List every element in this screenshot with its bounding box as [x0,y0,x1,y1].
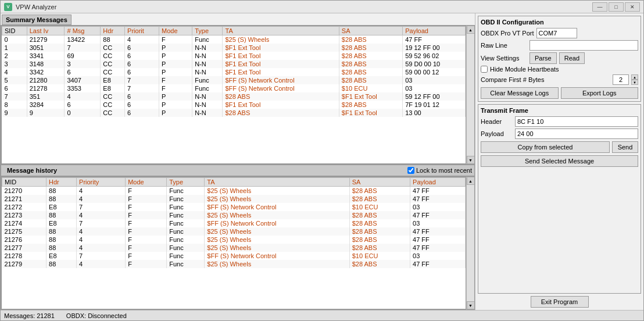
copy-from-selected-button[interactable]: Copy from selected [481,141,610,153]
table-cell: N-N [192,109,223,117]
table-cell: Func [167,219,205,227]
maximize-button[interactable]: □ [609,2,624,12]
table-cell: $F1 Ext Tool [223,44,339,52]
summary-section: Summary Messages SID Last Iv # Msg Hdr [1,13,475,165]
table-cell: 4 [77,195,126,203]
table-row[interactable]: 21271884FFunc$25 (S) Wheels$28 ABS47 FF [2,195,466,203]
read-button[interactable]: Read [559,52,585,64]
header-input[interactable] [515,116,638,127]
payload-input[interactable] [515,129,638,139]
history-scroll-up-btn[interactable]: ▲ [467,177,475,185]
table-cell: 03 [403,84,466,92]
table-cell: N-N [192,68,223,76]
port-input[interactable] [536,28,577,38]
col-lastiv: Last Iv [27,27,65,35]
raw-line-input[interactable] [529,40,638,51]
send-selected-container: Send Selected Message [481,155,638,167]
table-cell: 69 [65,52,101,60]
summary-table-scroll[interactable]: SID Last Iv # Msg Hdr Priorit Mode Type … [1,26,466,164]
table-cell: E8 [101,84,125,92]
parse-button[interactable]: Parse [529,52,557,64]
table-cell: 6 [125,92,159,101]
table-cell: 6 [2,84,27,92]
table-cell: Func [167,252,205,260]
hide-heartbeats-label: Hide Module Heartbeats [490,66,559,73]
table-cell: 88 [101,35,125,44]
table-row[interactable]: 21277884FFunc$25 (S) Wheels$28 ABS47 FF [2,244,466,252]
compare-input[interactable] [613,74,629,85]
table-cell: 47 FF [410,211,466,219]
compare-increment-btn[interactable]: ▲ [631,74,638,80]
table-cell: F [159,84,192,92]
history-header-row: MID Hdr Priority Mode Type TA SA Payload [2,178,466,187]
history-scrollbar[interactable]: ▲ ▼ [466,177,474,309]
table-row[interactable]: 21274E87FFunc$FF (S) Network Control$28 … [2,219,466,227]
table-cell: Func [167,211,205,219]
history-scroll-down-btn[interactable]: ▼ [467,301,475,309]
summary-scrollbar[interactable]: ▲ ▼ [466,26,474,164]
table-cell: $10 ECU [349,252,410,260]
table-row[interactable]: 21275884FFunc$25 (S) Wheels$28 ABS47 FF [2,227,466,236]
table-row[interactable]: 832846CC6PN-N$F1 Ext Tool$28 ABS7F 19 01… [2,101,466,109]
table-cell: 59 00 00 12 [403,68,466,76]
col-type2: Type [167,178,205,187]
obdx-status: OBDX: Disconnected [66,312,127,319]
lock-to-recent-checkbox[interactable] [407,167,414,174]
table-row[interactable]: 331483CC6PN-N$F1 Ext Tool$28 ABS59 D0 00… [2,60,466,68]
hide-heartbeats-checkbox[interactable] [481,66,488,73]
table-row[interactable]: 73514CC6PN-N$28 ABS$F1 Ext Tool59 12 FF … [2,92,466,101]
transmit-buttons: Copy from selected Send [481,141,638,153]
table-row[interactable]: 5212803407E87FFunc$FF (S) Network Contro… [2,76,466,84]
table-cell: Func [192,76,223,84]
table-cell: Func [167,227,205,236]
table-row[interactable]: 21272E87FFunc$FF (S) Network Control$10 … [2,203,466,211]
table-cell: $FF (S) Network Control [205,203,349,211]
table-cell: N-N [192,92,223,101]
table-cell: Func [167,244,205,252]
export-logs-button[interactable]: Export Logs [561,87,639,99]
table-row[interactable]: 21270884FFunc$25 (S) Wheels$28 ABS47 FF [2,187,466,195]
left-pane: Summary Messages SID Last Iv # Msg Hdr [1,13,475,310]
table-cell: $28 ABS [349,236,410,244]
table-cell: 47 FF [410,260,466,268]
table-row[interactable]: 130517CC6PN-N$F1 Ext Tool$28 ABS19 12 FF… [2,44,466,52]
col-payload: Payload [403,27,466,35]
table-row[interactable]: 02127913422884FFunc$25 (S) Wheels$28 ABS… [2,35,466,44]
scroll-down-btn[interactable]: ▼ [467,156,475,164]
table-cell: $28 ABS [223,92,339,101]
table-cell: Func [167,236,205,244]
table-row[interactable]: 2334169CC6PN-N$F1 Ext Tool$28 ABS59 52 9… [2,52,466,60]
table-cell: F [126,195,167,203]
table-row[interactable]: 21278E87FFunc$FF (S) Network Control$10 … [2,252,466,260]
compare-decrement-btn[interactable]: ▼ [631,80,638,85]
message-history-scroll[interactable]: MID Hdr Priority Mode Type TA SA Payload [1,177,466,309]
table-cell: F [126,244,167,252]
table-row[interactable]: 990CC6PN-N$28 ABS$F1 Ext Tool13 00 [2,109,466,117]
table-cell: 88 [46,195,77,203]
table-cell: 21279 [27,35,65,44]
exit-button[interactable]: Exit Program [531,296,589,308]
table-row[interactable]: 21276884FFunc$25 (S) Wheels$28 ABS47 FF [2,236,466,244]
table-cell: $25 (S) Wheels [205,227,349,236]
table-cell: 03 [410,219,466,227]
table-cell: $25 (S) Wheels [223,35,339,44]
send-selected-button[interactable]: Send Selected Message [481,155,638,167]
table-cell: $F1 Ext Tool [223,60,339,68]
table-cell: $28 ABS [339,44,402,52]
raw-line-row: Raw Line [481,40,638,51]
table-cell: $25 (S) Wheels [205,260,349,268]
table-cell: 4 [77,260,126,268]
message-history-table-container: MID Hdr Priority Mode Type TA SA Payload [1,176,475,310]
table-cell: Func [167,195,205,203]
clear-logs-button[interactable]: Clear Message Logs [481,87,559,99]
close-button[interactable]: ✕ [625,2,640,12]
table-row[interactable]: 6212783353E87FFunc$FF (S) Network Contro… [2,84,466,92]
scroll-up-btn[interactable]: ▲ [467,26,475,34]
table-row[interactable]: 21279884FFunc$25 (S) Wheels$28 ABS47 FF [2,260,466,268]
minimize-button[interactable]: — [592,2,607,12]
message-history-title: Message history [3,166,60,175]
send-button[interactable]: Send [612,141,638,153]
table-row[interactable]: 21273884FFunc$25 (S) Wheels$28 ABS47 FF [2,211,466,219]
col-sa2: SA [349,178,410,187]
table-row[interactable]: 433426CC6PN-N$F1 Ext Tool$28 ABS59 00 00… [2,68,466,76]
